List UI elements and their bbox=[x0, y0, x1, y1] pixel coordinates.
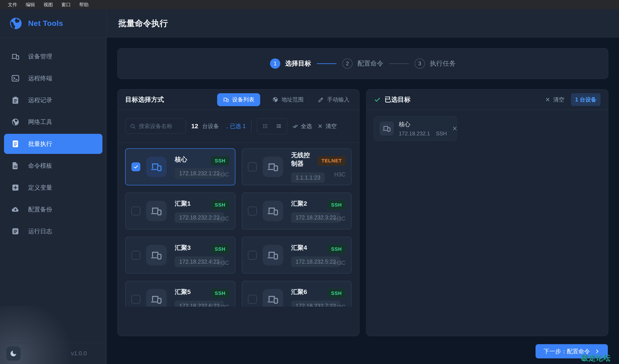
clear-selection-button[interactable]: 清空 bbox=[317, 122, 337, 130]
device-card[interactable]: 无线控制器 1.1.1.1:23 TELNET H3C bbox=[242, 148, 352, 185]
device-vendor: H3C bbox=[218, 171, 229, 178]
log-icon bbox=[11, 227, 20, 236]
step-label: 执行任务 bbox=[430, 59, 456, 68]
sidebar-item[interactable]: 设备管理 bbox=[4, 46, 102, 67]
template-file-icon bbox=[11, 162, 20, 170]
device-checkbox[interactable] bbox=[248, 206, 257, 216]
device-card[interactable]: 汇聚5 172.18.232.6:22 SSH H3C bbox=[125, 281, 235, 307]
device-card[interactable]: 汇聚2 172.18.232.3:22 SSH H3C bbox=[242, 192, 352, 229]
app-logo: Net Tools bbox=[0, 9, 106, 38]
select-all-button[interactable]: 全选 bbox=[293, 122, 312, 130]
sidebar-item-label: 网络工具 bbox=[28, 118, 52, 126]
sidebar-item-label: 远程记录 bbox=[28, 96, 52, 104]
device-count-suffix: 台设备 bbox=[202, 122, 219, 130]
sidebar-item-label: 运行日志 bbox=[28, 227, 52, 235]
menubar-item[interactable]: 窗口 bbox=[58, 1, 74, 9]
grid-view-icon[interactable] bbox=[262, 123, 268, 129]
sidebar-item[interactable]: 批量执行 bbox=[4, 134, 102, 154]
sidebar-item[interactable]: 定义变量 bbox=[4, 177, 102, 198]
device-card[interactable]: 汇聚4 172.18.232.5:22 SSH H3C bbox=[242, 237, 352, 274]
sidebar-item[interactable]: 命令模板 bbox=[4, 156, 102, 176]
theme-toggle-button[interactable] bbox=[6, 346, 21, 361]
cloud-backup-icon bbox=[11, 205, 20, 214]
device-name: 核心 bbox=[175, 155, 205, 164]
sidebar-item[interactable]: 运行日志 bbox=[4, 221, 102, 241]
device-checkbox[interactable] bbox=[131, 251, 140, 260]
device-vendor: H3C bbox=[334, 304, 345, 307]
device-checkbox[interactable] bbox=[131, 295, 140, 304]
clear-label: 清空 bbox=[325, 122, 337, 130]
menubar-item[interactable]: 帮助 bbox=[76, 1, 92, 9]
device-search[interactable] bbox=[125, 119, 186, 134]
protocol-badge: SSH bbox=[328, 289, 345, 298]
selected-device-name: 核心 bbox=[399, 121, 447, 128]
protocol-badge: SSH bbox=[211, 244, 229, 254]
protocol-badge: TELNET bbox=[318, 156, 345, 165]
step-number: 3 bbox=[415, 58, 425, 69]
globe-icon bbox=[272, 96, 278, 103]
device-vendor: H3C bbox=[334, 216, 345, 222]
clear-targets-button[interactable]: 清空 bbox=[545, 96, 564, 103]
sidebar-item-label: 配置备份 bbox=[28, 205, 52, 214]
device-vendor: H3C bbox=[334, 260, 345, 266]
sidebar-item[interactable]: 网络工具 bbox=[4, 112, 102, 132]
device-type-icon bbox=[146, 201, 167, 221]
select-all-label: 全选 bbox=[301, 122, 312, 130]
device-checkbox[interactable] bbox=[131, 206, 140, 216]
batch-doc-icon bbox=[11, 140, 20, 148]
list-view-icon[interactable] bbox=[276, 123, 281, 129]
target-panel-header: 目标选择方式 设备列表 地址范围 手动输入 bbox=[118, 89, 359, 110]
check-icon bbox=[133, 164, 139, 170]
device-card[interactable]: 汇聚6 172.18.232.7:22 SSH H3C bbox=[242, 281, 352, 307]
device-grid: 核心 172.18.232.1:22 SSH H3C bbox=[125, 148, 352, 307]
selected-device-address: 172.18.232.1 bbox=[399, 131, 430, 137]
page-content: 1 选择目标 2 配置命令 3 执行任务 目标选择方式 bbox=[107, 38, 619, 364]
green-check-icon bbox=[374, 96, 381, 103]
step-label: 选择目标 bbox=[285, 59, 311, 68]
device-name: 汇聚5 bbox=[175, 288, 205, 296]
step-number: 2 bbox=[342, 58, 352, 69]
plus-square-icon bbox=[11, 183, 20, 192]
remove-target-button[interactable] bbox=[452, 126, 458, 131]
moon-icon bbox=[10, 350, 17, 357]
device-checkbox[interactable] bbox=[248, 162, 257, 171]
menubar-item[interactable]: 文件 bbox=[4, 1, 21, 9]
device-vendor: H3C bbox=[334, 171, 345, 178]
tab-label: 地址范围 bbox=[281, 96, 304, 103]
device-card[interactable]: 汇聚1 172.18.232.2:22 SSH H3C bbox=[125, 192, 235, 229]
device-search-input[interactable] bbox=[139, 123, 181, 129]
target-mode-tab[interactable]: 地址范围 bbox=[270, 93, 306, 106]
protocol-badge: SSH bbox=[211, 289, 229, 298]
sidebar-item[interactable]: 远程记录 bbox=[4, 90, 102, 110]
target-mode-tab[interactable]: 手动输入 bbox=[316, 93, 352, 106]
double-check-icon bbox=[293, 123, 298, 129]
step: 1 选择目标 bbox=[270, 58, 311, 69]
device-type-icon bbox=[263, 157, 283, 177]
x-icon bbox=[452, 126, 458, 131]
device-checkbox[interactable] bbox=[248, 295, 257, 304]
protocol-badge: SSH bbox=[328, 200, 345, 210]
step-label: 配置命令 bbox=[357, 59, 383, 68]
devices-icon bbox=[223, 96, 229, 103]
toolbar-divider bbox=[251, 120, 252, 133]
pencil-icon bbox=[318, 96, 324, 103]
device-card[interactable]: 汇聚3 172.18.232.4:22 SSH H3C bbox=[125, 237, 235, 274]
device-list-scroll-area[interactable]: 核心 172.18.232.1:22 SSH H3C bbox=[118, 143, 359, 307]
device-type-icon bbox=[263, 289, 283, 307]
sidebar-item[interactable]: 远程终端 bbox=[4, 68, 102, 88]
device-vendor: H3C bbox=[218, 216, 229, 222]
device-card[interactable]: 核心 172.18.232.1:22 SSH H3C bbox=[125, 148, 235, 185]
target-mode-tab[interactable]: 设备列表 bbox=[217, 93, 260, 106]
main-area: 批量命令执行 1 选择目标 2 配置命令 3 执行任务 bbox=[107, 9, 619, 364]
device-name: 汇聚1 bbox=[175, 199, 205, 208]
device-checkbox[interactable] bbox=[248, 251, 257, 260]
menubar-item[interactable]: 视图 bbox=[40, 1, 56, 9]
sidebar: Net Tools 设备管理 远程终端 远程记录 网络工具 批量执行 bbox=[0, 9, 107, 364]
device-checkbox[interactable] bbox=[131, 162, 140, 171]
terminal-icon bbox=[11, 74, 20, 82]
protocol-badge: SSH bbox=[211, 156, 229, 165]
menubar-item[interactable]: 编辑 bbox=[22, 1, 38, 9]
app-version: v1.0.0 bbox=[71, 350, 87, 357]
sidebar-item[interactable]: 配置备份 bbox=[4, 199, 102, 219]
selected-panel-header: 已选目标 清空 1 台设备 bbox=[366, 89, 608, 110]
